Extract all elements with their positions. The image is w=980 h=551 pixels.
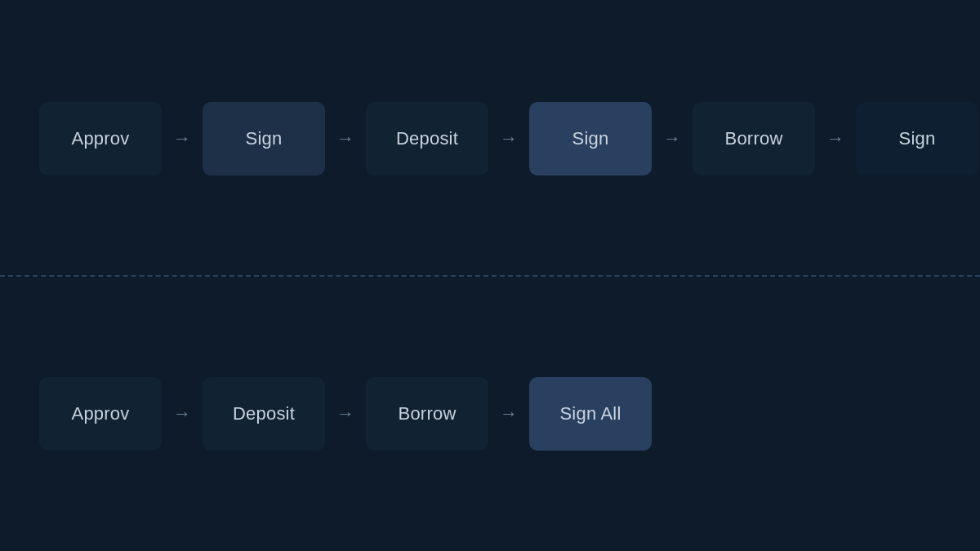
step-label: Approv <box>71 128 129 149</box>
step-label: Approv <box>71 403 129 424</box>
step-borrow-2[interactable]: Borrow <box>366 377 488 451</box>
step-sign-1[interactable]: Sign <box>203 102 325 176</box>
step-label: Borrow <box>724 128 782 149</box>
step-sign-all-3[interactable]: Sign All <box>529 377 652 451</box>
step-label: Sign <box>899 128 936 149</box>
step-label: Sign All <box>559 403 621 424</box>
step-label: Deposit <box>233 403 295 424</box>
arrow-icon: → <box>162 403 203 424</box>
arrow-icon: → <box>488 128 529 149</box>
top-flow: Approv→Sign→Deposit→Sign→Borrow→Sign <box>39 102 941 176</box>
step-approv-0[interactable]: Approv <box>39 102 162 176</box>
arrow-icon: → <box>325 403 366 424</box>
step-borrow-4[interactable]: Borrow <box>693 102 815 176</box>
step-deposit-1[interactable]: Deposit <box>203 377 325 451</box>
step-label: Sign <box>572 128 609 149</box>
arrow-icon: → <box>652 128 693 149</box>
bottom-flow: Approv→Deposit→Borrow→Sign All <box>39 377 652 451</box>
arrow-icon: → <box>162 128 203 149</box>
step-deposit-2[interactable]: Deposit <box>366 102 488 176</box>
step-approv-0[interactable]: Approv <box>39 377 162 451</box>
step-label: Deposit <box>396 128 458 149</box>
arrow-icon: → <box>815 128 856 149</box>
step-label: Sign <box>246 128 283 149</box>
step-sign-3[interactable]: Sign <box>529 102 652 176</box>
section-divider <box>0 275 980 277</box>
arrow-icon: → <box>325 128 366 149</box>
step-sign-5[interactable]: Sign <box>856 102 978 176</box>
arrow-icon: → <box>488 403 529 424</box>
step-label: Borrow <box>398 403 456 424</box>
